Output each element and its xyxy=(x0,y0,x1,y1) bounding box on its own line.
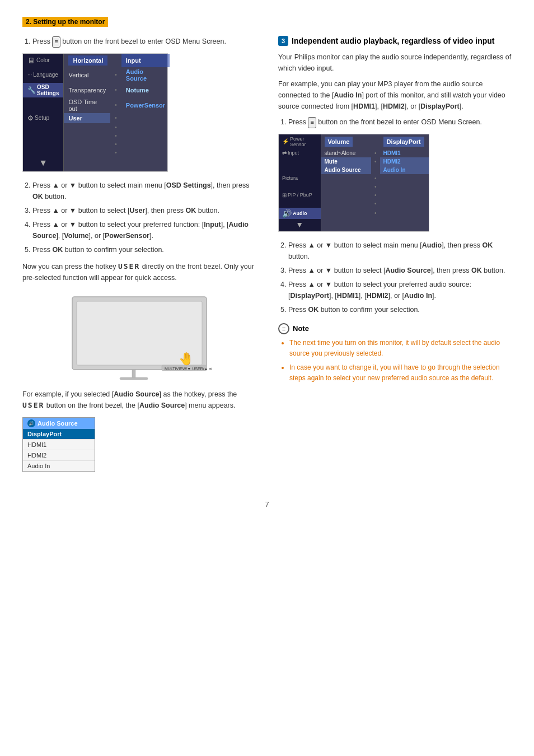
page-number: 7 xyxy=(22,500,512,508)
right-para-2: For example, you can play your MP3 playe… xyxy=(278,78,512,112)
left-step-5: Press OK button to confirm your selectio… xyxy=(32,244,256,255)
svg-text:🤚: 🤚 xyxy=(179,351,194,366)
right-sidebar-3: PIP / PbuP xyxy=(288,192,312,198)
left-step-4: Press ▲ or ▼ button to select your prefe… xyxy=(32,219,256,241)
svg-rect-5 xyxy=(132,370,135,379)
right-step-5: Press OK button to confirm your selectio… xyxy=(288,304,512,315)
left-step-3: Press ▲ or ▼ button to select [User], th… xyxy=(32,205,256,216)
right-step-1: Press ≡ button on the front bezel to ent… xyxy=(288,116,512,128)
osd-col-header-1: Horizontal xyxy=(68,55,107,66)
section-title-text: Independent audio playback, regardless o… xyxy=(292,36,495,46)
right-step-3: Press ▲ or ▼ button to select [Audio Sou… xyxy=(288,265,512,276)
note-list: The next time you turn on this monitor, … xyxy=(278,338,512,384)
left-step-1: Press ≡ button on the front bezel to ent… xyxy=(32,36,256,48)
right-column: 3 Independent audio playback, regardless… xyxy=(278,36,512,478)
right-step-1-list: Press ≡ button on the front bezel to ent… xyxy=(278,116,512,128)
right-step-2: Press ▲ or ▼ button to select main menu … xyxy=(288,240,512,262)
audio-source-menu: 🔊 Audio Source DisplayPort HDMI1 HDMI2 A… xyxy=(22,417,95,472)
audio-source-item-2[interactable]: HDMI2 xyxy=(23,450,95,461)
right-steps-list: Press ▲ or ▼ button to select main menu … xyxy=(278,240,512,315)
right-sidebar-1: Input xyxy=(288,150,299,156)
sidebar-setup: Setup xyxy=(35,115,49,121)
page-header: 2. Setting up the monitor xyxy=(22,17,108,27)
sidebar-color: Color xyxy=(36,57,50,63)
svg-rect-6 xyxy=(120,377,148,380)
right-menu-col-0: Volume xyxy=(325,137,353,147)
audio-source-menu-title: 🔊 Audio Source xyxy=(23,418,95,429)
right-sidebar-0: Power Sensor xyxy=(290,136,317,147)
left-step-2: Press ▲ or ▼ button to select main menu … xyxy=(32,180,256,202)
right-sidebar-2: Pictura xyxy=(282,175,298,181)
right-para-1: Your Philips monitor can play the audio … xyxy=(278,52,512,74)
note-box: ≡ Note The next time you turn on this mo… xyxy=(278,323,512,384)
right-step-4: Press ▲ or ▼ button to select your prefe… xyxy=(288,279,512,301)
note-bullet-1: In case you want to change it, you will … xyxy=(289,362,512,384)
osd-menu-left: 🖥 Color Horizontal Input ··· Language xyxy=(22,53,168,172)
sidebar-osd: OSD Settings xyxy=(37,84,59,96)
monitor-image: MULTIVIEW/▼ USER/▲ ≡/OK 🤚 xyxy=(22,291,256,381)
section-badge: 3 xyxy=(278,36,288,46)
hotkey-text: Now you can press the hotkey USER direct… xyxy=(22,261,256,284)
note-bullet-0: The next time you turn on this monitor, … xyxy=(289,338,512,359)
svg-text:MULTIVIEW/▼  USER/▲  ≡/OK: MULTIVIEW/▼ USER/▲ ≡/OK xyxy=(165,367,212,371)
page-header-text: 2. Setting up the monitor xyxy=(26,18,105,26)
right-section-title: 3 Independent audio playback, regardless… xyxy=(278,36,512,46)
audio-source-item-3[interactable]: Audio In xyxy=(23,461,95,472)
note-label: Note xyxy=(293,324,309,333)
left-column: Press ≡ button on the front bezel to ent… xyxy=(22,36,256,478)
audio-source-item-1[interactable]: HDMI1 xyxy=(23,440,95,450)
audio-source-item-0[interactable]: DisplayPort xyxy=(23,429,95,440)
audio-source-title: Audio Source xyxy=(38,420,78,427)
osd-col-header-2: Input xyxy=(121,54,170,67)
left-steps-list: Press ▲ or ▼ button to select main menu … xyxy=(22,180,256,255)
note-header: ≡ Note xyxy=(278,323,512,334)
sidebar-lang: Language xyxy=(33,72,58,78)
example-text: For example, if you selected [Audio Sour… xyxy=(22,389,256,412)
right-sidebar-4: Audio xyxy=(293,211,307,216)
right-value-col-0: DisplayPort xyxy=(383,137,424,147)
note-icon: ≡ xyxy=(278,323,289,334)
osd-menu-right: ⚡ Power Sensor Volume DisplayPort xyxy=(278,134,429,232)
